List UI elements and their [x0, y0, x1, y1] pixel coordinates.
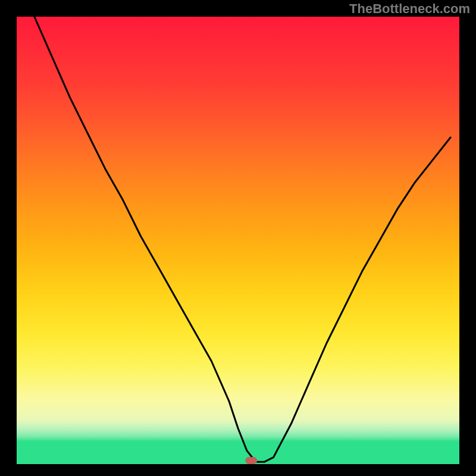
plot-area-gradient [17, 17, 459, 464]
bottleneck-chart [0, 0, 476, 476]
chart-container: TheBottleneck.com [0, 0, 476, 476]
optimum-marker [245, 457, 257, 464]
watermark-text: TheBottleneck.com [349, 1, 470, 17]
